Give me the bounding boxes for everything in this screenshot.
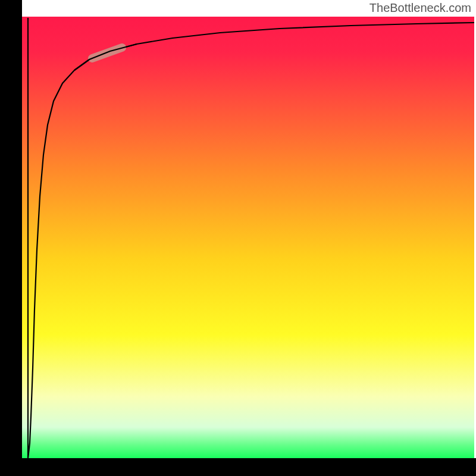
axis-bottom-block (0, 458, 476, 476)
axis-left-block (0, 0, 22, 476)
chart-container: TheBottleneck.com (0, 0, 476, 476)
bottleneck-chart (0, 0, 476, 476)
watermark-text: TheBottleneck.com (369, 1, 471, 15)
plot-gradient-bg (22, 17, 474, 458)
